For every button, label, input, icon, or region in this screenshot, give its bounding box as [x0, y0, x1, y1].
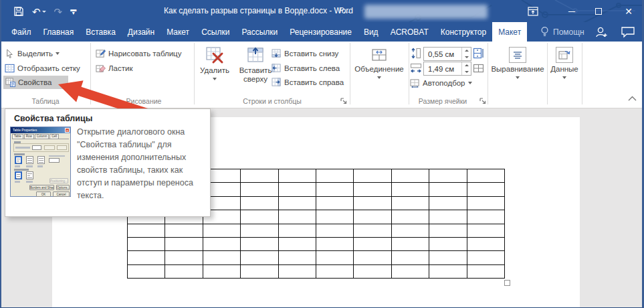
table-cell[interactable]: [279, 251, 316, 264]
alignment-button[interactable]: Выравнивание: [490, 43, 545, 104]
row-height-spinner[interactable]: [461, 48, 471, 60]
table-cell[interactable]: [429, 265, 467, 279]
tab-table-design[interactable]: Конструктор: [435, 22, 492, 42]
distribute-rows-icon[interactable]: [473, 48, 484, 59]
collapse-ribbon-chevron[interactable]: [627, 95, 637, 102]
ribbon-display-options-button[interactable]: [523, 0, 543, 22]
table-cell[interactable]: [279, 238, 316, 251]
table-cell[interactable]: [354, 183, 391, 196]
column-width-spinner[interactable]: [461, 62, 471, 75]
table-cell[interactable]: [241, 183, 278, 196]
insert-left-button[interactable]: Вставить слева: [272, 62, 340, 75]
rows-cols-dialog-launcher[interactable]: [340, 97, 348, 105]
table-cell[interactable]: [429, 251, 467, 264]
table-resize-handle[interactable]: [504, 280, 510, 286]
table-cell[interactable]: [279, 210, 316, 224]
table-cell[interactable]: [316, 169, 354, 183]
eraser-button[interactable]: Ластик: [96, 62, 132, 75]
table-cell[interactable]: [429, 183, 467, 196]
draw-table-button[interactable]: Нарисовать таблицу: [96, 47, 181, 60]
table-cell[interactable]: [392, 224, 429, 238]
delete-button[interactable]: Удалить: [197, 43, 233, 104]
table-cell[interactable]: [279, 169, 316, 183]
row-height-input[interactable]: [424, 48, 461, 60]
table-cell[interactable]: [354, 197, 391, 210]
table-cell[interactable]: [316, 238, 354, 251]
table-cell[interactable]: [354, 265, 391, 279]
data-button[interactable]: Данные: [548, 43, 580, 104]
table-cell[interactable]: [392, 238, 429, 251]
table-cell[interactable]: [316, 224, 354, 238]
view-gridlines-button[interactable]: Отобразить сетку: [5, 62, 80, 75]
cell-size-dialog-launcher[interactable]: [479, 97, 487, 105]
table-cell[interactable]: [467, 224, 505, 238]
table-cell[interactable]: [165, 238, 203, 251]
table-cell[interactable]: [241, 265, 278, 279]
tab-file[interactable]: Файл: [5, 22, 37, 42]
tab-insert[interactable]: Вставка: [80, 22, 122, 42]
table-cell[interactable]: [354, 169, 391, 183]
table-cell[interactable]: [316, 251, 354, 264]
insert-above-button[interactable]: Вставить сверху: [235, 43, 276, 104]
table-cell[interactable]: [165, 251, 203, 264]
table-cell[interactable]: [203, 265, 241, 279]
table-cell[interactable]: [429, 197, 467, 210]
save-button[interactable]: [13, 6, 24, 17]
table-cell[interactable]: [354, 238, 391, 251]
table-cell[interactable]: [279, 224, 316, 238]
column-width-input[interactable]: [424, 62, 461, 75]
table-cell[interactable]: [392, 210, 429, 224]
table-cell[interactable]: [279, 265, 316, 279]
autofit-button[interactable]: Автоподбор: [410, 76, 472, 90]
customize-qat-button[interactable]: ▬▾: [70, 8, 76, 15]
maximize-button[interactable]: [588, 0, 609, 22]
table-cell[interactable]: [241, 169, 278, 183]
close-button[interactable]: ✕: [618, 0, 639, 22]
table-cell[interactable]: [467, 197, 505, 210]
table-cell[interactable]: [165, 265, 203, 279]
table-cell[interactable]: [354, 210, 391, 224]
table-cell[interactable]: [467, 251, 505, 264]
table-cell[interactable]: [392, 251, 429, 264]
table-cell[interactable]: [354, 251, 391, 264]
tab-acrobat[interactable]: ACROBAT: [385, 22, 435, 42]
table-cell[interactable]: [203, 238, 241, 251]
minimize-button[interactable]: ─: [562, 0, 582, 22]
insert-right-button[interactable]: Вставить справа: [272, 76, 344, 89]
table-cell[interactable]: [467, 169, 505, 183]
table-cell[interactable]: [279, 197, 316, 210]
table-cell[interactable]: [467, 210, 505, 224]
table-cell[interactable]: [241, 197, 278, 210]
table-cell[interactable]: [354, 224, 391, 238]
table-cell[interactable]: [316, 197, 354, 210]
table-cell[interactable]: [316, 183, 354, 196]
tab-mailings[interactable]: Рассылки: [235, 22, 284, 42]
table-cell[interactable]: [128, 251, 165, 264]
table-cell[interactable]: [241, 210, 278, 224]
table-cell[interactable]: [429, 238, 467, 251]
table-cell[interactable]: [316, 210, 354, 224]
table-cell[interactable]: [429, 210, 467, 224]
table-cell[interactable]: [467, 238, 505, 251]
tab-references[interactable]: Ссылки: [195, 22, 235, 42]
table-cell[interactable]: [316, 265, 354, 279]
table-cell[interactable]: [467, 183, 505, 196]
table-cell[interactable]: [128, 224, 165, 238]
table-cell[interactable]: [165, 224, 203, 238]
redo-button[interactable]: ↷: [54, 7, 63, 17]
table-cell[interactable]: [203, 251, 241, 264]
comments-button[interactable]: [621, 22, 635, 42]
tab-home[interactable]: Главная: [37, 22, 80, 42]
share-button[interactable]: [594, 22, 609, 42]
tab-table-layout-active[interactable]: Макет: [492, 22, 527, 42]
select-table-button[interactable]: Выделить: [5, 47, 60, 60]
tab-layout[interactable]: Макет: [160, 22, 195, 42]
table-cell[interactable]: [279, 183, 316, 196]
table-cell[interactable]: [241, 224, 278, 238]
table-cell[interactable]: [392, 169, 429, 183]
table-cell[interactable]: [429, 169, 467, 183]
insert-below-button[interactable]: Вставить снизу: [272, 47, 338, 60]
table-cell[interactable]: [392, 197, 429, 210]
table-cell[interactable]: [128, 238, 165, 251]
tell-me-help[interactable]: Помощн: [540, 22, 584, 42]
